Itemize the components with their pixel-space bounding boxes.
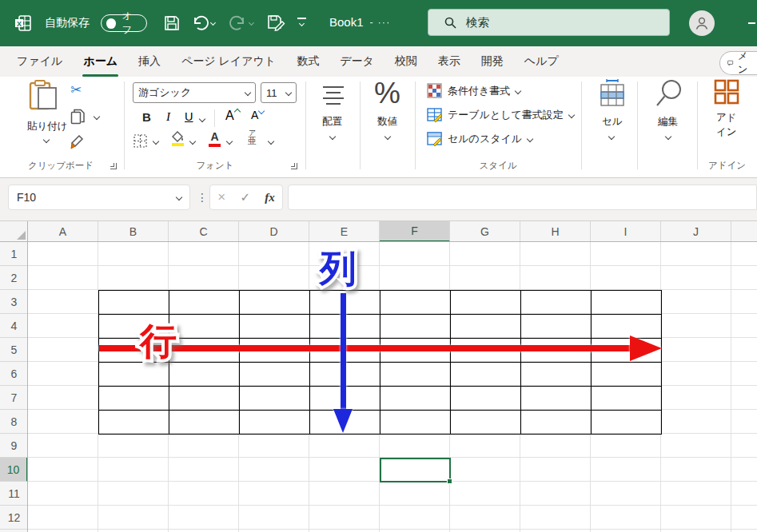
column-header[interactable]: C — [169, 221, 239, 242]
search-input[interactable]: 検索 — [428, 9, 670, 36]
group-separator — [415, 81, 416, 169]
ribbon-tab[interactable]: 挿入 — [128, 46, 171, 77]
cancel-icon[interactable]: × — [217, 189, 225, 205]
ribbon-tab[interactable]: ヘルプ — [514, 46, 569, 77]
row-header[interactable]: 9 — [0, 434, 28, 458]
redo-dropdown-chevron-icon[interactable] — [249, 20, 254, 26]
clipboard-dialog-launcher[interactable] — [110, 163, 117, 169]
ribbon-tab[interactable]: 校閲 — [384, 46, 428, 77]
column-header[interactable]: I — [591, 221, 661, 242]
group-separator — [124, 81, 125, 169]
column-header[interactable]: D — [239, 221, 309, 242]
column-header[interactable]: E — [309, 221, 380, 242]
cell-reference: F10 — [17, 191, 36, 204]
fill-handle[interactable] — [447, 478, 452, 484]
font-color-chevron-icon[interactable] — [226, 138, 233, 145]
alignment-chevron-icon[interactable] — [329, 133, 336, 140]
cells-menu-button[interactable] — [598, 78, 627, 107]
group-separator — [360, 81, 361, 169]
cut-button[interactable]: ✂ — [70, 81, 82, 98]
excel-logo-icon[interactable]: X — [14, 14, 33, 33]
bold-button[interactable]: B — [142, 110, 151, 124]
select-all-corner[interactable] — [0, 221, 28, 242]
row-header[interactable]: 3 — [0, 290, 28, 314]
autosave-toggle[interactable]: オフ — [101, 14, 147, 32]
enter-icon[interactable]: ✓ — [240, 190, 250, 204]
fill-color-button[interactable] — [171, 131, 185, 146]
column-header[interactable]: A — [28, 221, 98, 242]
row-header[interactable]: 1 — [0, 242, 28, 266]
number-menu-button[interactable]: % — [374, 77, 400, 110]
paste-chevron-icon[interactable] — [43, 137, 50, 143]
row-header[interactable]: 8 — [0, 410, 28, 434]
italic-button[interactable]: I — [166, 110, 170, 124]
row-header[interactable]: 5 — [0, 338, 28, 362]
formula-input[interactable] — [288, 185, 757, 210]
minimize-button[interactable] — [748, 22, 755, 24]
grow-font-button[interactable]: A — [225, 109, 240, 123]
cells-chevron-icon[interactable] — [608, 133, 615, 140]
phonetic-guide-button[interactable]: ア 亜 — [248, 129, 257, 145]
row-header[interactable]: 2 — [0, 266, 28, 290]
column-header[interactable]: J — [661, 221, 731, 242]
selected-cell[interactable] — [380, 458, 451, 482]
editing-chevron-icon[interactable] — [665, 133, 671, 140]
borders-button[interactable] — [133, 134, 147, 148]
underline-button[interactable]: U — [185, 110, 193, 123]
row-header[interactable]: 7 — [0, 386, 28, 410]
copy-chevron-icon[interactable] — [94, 113, 100, 120]
font-color-button[interactable]: A — [209, 130, 221, 147]
excel-window: X 自動保存 オフ — [0, 0, 757, 532]
format-as-table-button[interactable]: テーブルとして書式設定 — [427, 107, 574, 122]
undo-dropdown-chevron-icon[interactable] — [210, 20, 216, 26]
column-header[interactable]: G — [450, 221, 520, 242]
underline-chevron-icon[interactable] — [199, 116, 205, 122]
phonetic-chevron-icon[interactable] — [268, 138, 274, 145]
align-lines-icon — [321, 85, 345, 105]
name-box[interactable]: F10 — [8, 185, 190, 210]
borders-chevron-icon[interactable] — [153, 138, 159, 145]
addins-button[interactable] — [713, 78, 740, 105]
font-name-combo[interactable]: 游ゴシック — [133, 82, 256, 103]
column-header[interactable]: H — [520, 221, 591, 242]
font-size-combo[interactable]: 11 — [261, 82, 297, 103]
save-button[interactable] — [163, 14, 181, 32]
conditional-formatting-button[interactable]: 条件付き書式 — [427, 83, 520, 98]
comments-button[interactable]: コメント — [719, 51, 757, 75]
row-header[interactable]: 12 — [0, 506, 28, 530]
account-avatar[interactable] — [689, 10, 715, 36]
undo-button[interactable] — [190, 14, 209, 33]
ribbon-tab[interactable]: 表示 — [428, 46, 471, 77]
row-header[interactable]: 11 — [0, 482, 28, 506]
font-dialog-launcher[interactable] — [291, 163, 297, 169]
format-painter-button[interactable] — [70, 133, 87, 150]
redo-button[interactable] — [229, 14, 248, 33]
shrink-font-button[interactable]: A — [251, 109, 264, 121]
paste-button[interactable] — [27, 80, 59, 110]
save-with-pen-button[interactable] — [266, 13, 286, 33]
formula-bar-kebab-icon[interactable]: ⋮ — [197, 185, 208, 210]
fill-color-chevron-icon[interactable] — [189, 138, 196, 145]
number-chevron-icon[interactable] — [384, 133, 391, 140]
row-header[interactable]: 10 — [0, 458, 28, 482]
quick-access-toolbar-chevron-icon[interactable] — [297, 18, 306, 26]
editing-menu-button[interactable] — [655, 78, 684, 109]
ribbon-tab[interactable]: ページ レイアウト — [171, 46, 286, 77]
cell-styles-button[interactable]: セルのスタイル — [427, 131, 532, 146]
ribbon-tab[interactable]: データ — [329, 46, 384, 77]
ribbon-tab[interactable]: 開発 — [471, 46, 514, 77]
copy-button[interactable] — [70, 109, 86, 125]
column-header[interactable] — [731, 221, 757, 242]
alignment-menu-button[interactable] — [321, 85, 345, 105]
insert-function-icon[interactable]: fx — [265, 191, 275, 204]
ribbon: 貼り付け ✂ クリップボード 游ゴシック 11 B I U — [0, 77, 757, 178]
name-box-chevron-icon[interactable] — [176, 194, 182, 200]
column-header[interactable]: F — [380, 221, 450, 242]
ribbon-tab[interactable]: ファイル — [6, 46, 73, 77]
row-header[interactable]: 6 — [0, 362, 28, 386]
group-separator — [581, 81, 582, 169]
ribbon-tab[interactable]: ホーム — [73, 46, 128, 77]
ribbon-tab[interactable]: 数式 — [286, 46, 329, 77]
row-header[interactable]: 4 — [0, 314, 28, 338]
column-header[interactable]: B — [98, 221, 169, 242]
